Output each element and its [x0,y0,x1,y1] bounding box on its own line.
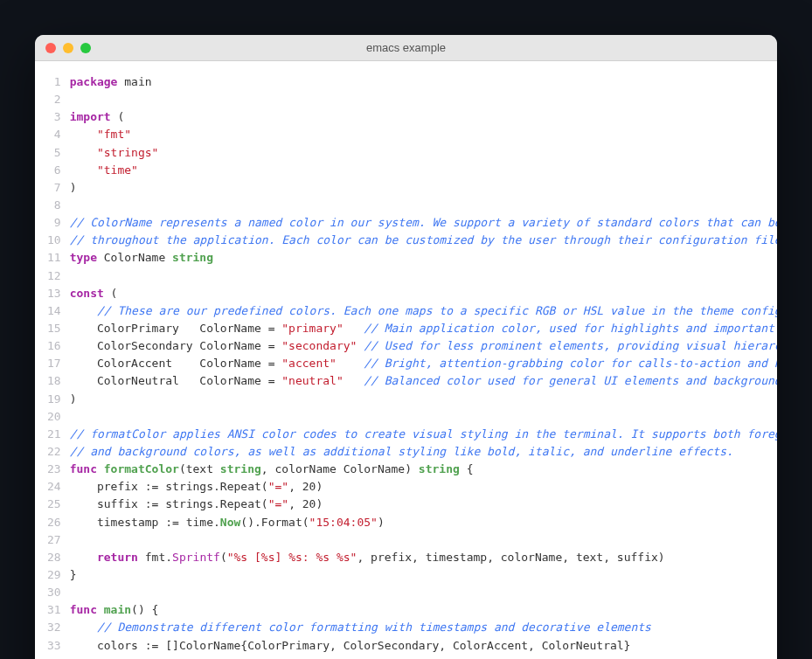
code-line: ) [70,179,777,197]
code-line: "fmt" [70,126,777,143]
code-line: return fmt.Sprintf("%s [%s] %s: %s %s", … [70,549,777,566]
code-line: // and background colors, as well as add… [70,443,777,461]
code-line: // formatColor applies ANSI color codes … [70,426,777,443]
code-line: package main [70,73,777,91]
editor-area[interactable]: 1 2 3 4 5 6 7 8 9 10 11 12 13 14 15 16 1… [35,61,777,659]
titlebar: emacs example [35,35,777,61]
code-line: colors := []ColorName{ColorPrimary, Colo… [70,637,777,655]
code-line: import ( [70,108,777,126]
code-line: "time" [70,162,777,179]
code-line [70,91,777,108]
code-line [70,408,777,426]
code-line: ) [70,391,777,408]
code-line: ColorNeutral ColorName = "neutral" // Ba… [70,372,777,390]
window-close-icon[interactable] [45,43,56,53]
code-line: type ColorName string [70,249,777,267]
code-line [70,584,777,601]
editor-window: emacs example 1 2 3 4 5 6 7 8 9 10 11 12… [35,35,777,659]
code-line: // ColorName represents a named color in… [70,214,777,232]
code-line: "strings" [70,144,777,162]
code-line: ColorSecondary ColorName = "secondary" /… [70,337,777,355]
window-zoom-icon[interactable] [80,43,91,53]
code-line: timestamp := time.Now().Format("15:04:05… [70,514,777,531]
code-line [70,531,777,549]
window-minimize-icon[interactable] [63,43,73,53]
code-line: // Demonstrate different color formattin… [70,619,777,636]
code-content[interactable]: package main import ( "fmt" "strings" "t… [70,73,777,659]
line-number-gutter: 1 2 3 4 5 6 7 8 9 10 11 12 13 14 15 16 1… [35,73,70,659]
code-line [70,267,777,285]
code-line: // These are our predefined colors. Each… [70,302,777,320]
code-line: const ( [70,285,777,302]
code-line: } [70,566,777,584]
code-line: prefix := strings.Repeat("=", 20) [70,478,777,496]
code-line: func main() { [70,601,777,619]
traffic-lights [45,43,91,53]
window-title: emacs example [35,41,777,54]
code-line [70,197,777,214]
code-line: ColorAccent ColorName = "accent" // Brig… [70,355,777,372]
code-line [70,655,777,659]
code-line: suffix := strings.Repeat("=", 20) [70,496,777,513]
code-line: // throughout the application. Each colo… [70,232,777,249]
code-line: func formatColor(text string, colorName … [70,461,777,478]
code-line: ColorPrimary ColorName = "primary" // Ma… [70,320,777,337]
